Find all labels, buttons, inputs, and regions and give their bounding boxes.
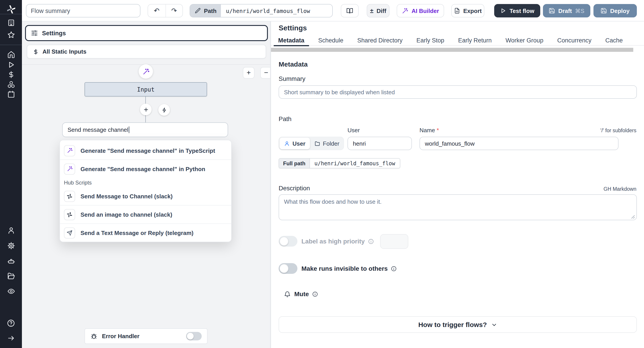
step-search-input[interactable]: Send message channel — [62, 122, 228, 137]
sidebar-item-users[interactable] — [0, 226, 22, 234]
sidebar-item-audit-logs[interactable] — [0, 287, 22, 295]
undo-button[interactable]: ↶ — [148, 4, 165, 17]
export-button[interactable]: Export — [451, 4, 484, 17]
result-label: Send an image to channel (slack) — [80, 211, 172, 218]
result-telegram-send-text[interactable]: Send a Text Message or Reply (telegram) — [60, 224, 231, 242]
ai-flow-builder-bubble[interactable] — [139, 64, 153, 79]
tab-early-return[interactable]: Early Return — [454, 35, 496, 45]
sidebar-item-workers[interactable] — [0, 257, 22, 265]
priority-value-input — [380, 234, 408, 249]
high-priority-toggle[interactable] — [278, 236, 298, 247]
tab-early-stop[interactable]: Early Stop — [412, 35, 449, 45]
draft-button[interactable]: Draft ⌘S — [543, 4, 590, 17]
markdown-hint: GH Markdown — [604, 186, 636, 192]
sidebar-item-favorites[interactable] — [0, 31, 22, 39]
path-edit-button[interactable]: Path — [190, 4, 221, 17]
add-trigger-button[interactable] — [158, 104, 170, 116]
info-icon[interactable] — [312, 291, 318, 297]
pen-icon — [194, 7, 201, 14]
all-static-inputs-node[interactable]: All Static Inputs — [27, 45, 266, 58]
result-label: Generate "Send message channel" in TypeS… — [80, 147, 215, 154]
flow-settings-node[interactable]: Settings — [25, 25, 268, 41]
redo-button[interactable]: ↷ — [165, 4, 182, 17]
result-slack-send-image[interactable]: Send an image to channel (slack) — [60, 205, 231, 223]
invisible-runs-label: Make runs invisible to others — [302, 265, 388, 272]
plus-minus-icon: ± — [370, 7, 374, 14]
error-handler-toggle[interactable] — [186, 332, 202, 341]
draft-label: Draft — [558, 7, 572, 14]
bug-icon — [90, 333, 98, 340]
info-icon[interactable] — [391, 266, 397, 271]
summary-input[interactable] — [278, 85, 637, 99]
ai-builder-label: AI Builder — [412, 7, 439, 14]
sidebar-divider — [0, 14, 22, 14]
sidebar-item-schedules[interactable] — [0, 90, 22, 98]
wand-sparkles-icon — [142, 68, 150, 75]
owner-kind-folder-option[interactable]: Folder — [310, 138, 344, 149]
book-open-icon — [346, 7, 353, 14]
export-file-icon — [454, 7, 460, 14]
result-slack-send-message[interactable]: Send Message to Channel (slack) — [60, 187, 231, 205]
user-icon — [284, 141, 290, 146]
sidebar-item-workspace[interactable] — [0, 19, 22, 27]
invisible-runs-toggle[interactable] — [278, 263, 298, 274]
error-handler-node[interactable]: Error Handler — [84, 328, 208, 344]
sidebar-collapse-icon[interactable] — [0, 334, 22, 342]
result-generate-typescript[interactable]: Generate "Send message channel" in TypeS… — [60, 142, 231, 160]
sliders-icon — [31, 29, 38, 37]
sidebar-item-variables[interactable] — [0, 71, 22, 79]
tabs-horizontal-scrollbar[interactable] — [271, 48, 633, 52]
path-value: u/henri/world_famous_flow — [221, 4, 315, 17]
tab-metadata[interactable]: Metadata — [274, 35, 309, 45]
toggle-knob — [280, 264, 288, 273]
sidebar-item-settings[interactable] — [0, 242, 22, 250]
tab-shared-directory[interactable]: Shared Directory — [353, 35, 407, 45]
export-label: Export — [463, 7, 482, 14]
high-priority-label: Label as high priority — [302, 238, 365, 245]
sidebar-item-folders[interactable] — [0, 272, 22, 280]
sidebar-item-help[interactable] — [0, 319, 22, 328]
name-input[interactable] — [420, 137, 618, 150]
owner-kind-user-label: User — [292, 140, 306, 147]
trigger-help-expander[interactable]: How to trigger flows? — [278, 316, 637, 333]
tab-schedule[interactable]: Schedule — [314, 35, 348, 45]
test-flow-button[interactable]: Test flow — [494, 4, 540, 17]
deploy-button[interactable]: Deploy — [594, 4, 637, 17]
undo-redo-group: ↶ ↷ — [148, 4, 183, 17]
user-field-label: User — [348, 127, 360, 134]
sidebar-divider — [0, 45, 22, 45]
tab-worker-group[interactable]: Worker Group — [501, 35, 548, 45]
step-search-value: Send message channel — [68, 126, 128, 133]
docs-button[interactable] — [341, 4, 359, 17]
add-step-button[interactable] — [140, 104, 152, 115]
sidebar-item-home[interactable] — [0, 50, 22, 58]
tab-concurrency[interactable]: Concurrency — [553, 35, 596, 45]
result-label: Send Message to Channel (slack) — [80, 193, 173, 199]
input-node[interactable]: Input — [84, 82, 207, 97]
zoom-in-button[interactable]: + — [243, 67, 254, 79]
description-textarea[interactable] — [278, 194, 637, 220]
slack-icon — [64, 209, 75, 220]
result-generate-python[interactable]: Generate "Send message channel" in Pytho… — [60, 160, 231, 178]
info-icon[interactable] — [368, 238, 374, 244]
path-control[interactable]: Path u/henri/world_famous_flow — [190, 4, 333, 17]
windmill-logo-icon[interactable] — [0, 4, 22, 15]
required-asterisk: * — [437, 127, 439, 134]
dollar-icon — [33, 48, 39, 55]
zoom-out-button[interactable]: − — [260, 67, 270, 79]
path-section-label: Path — [278, 115, 292, 122]
ai-builder-button[interactable]: AI Builder — [397, 4, 444, 17]
error-handler-label: Error Handler — [102, 333, 140, 340]
flow-summary-input[interactable] — [26, 4, 140, 17]
resize-grip-icon[interactable] — [630, 214, 635, 219]
sidebar-item-runs[interactable] — [0, 61, 22, 69]
owner-kind-user-option[interactable]: User — [280, 138, 310, 149]
diff-button[interactable]: ± Diff — [367, 4, 390, 17]
bell-icon — [284, 291, 291, 297]
tab-cache[interactable]: Cache — [601, 35, 627, 45]
settings-tabs: Metadata Schedule Shared Directory Early… — [271, 35, 644, 46]
topbar: ↶ ↷ Path u/henri/world_famous_flow ± Dif… — [22, 0, 644, 21]
toggle-knob — [280, 237, 288, 246]
sidebar-item-resources[interactable] — [0, 80, 22, 88]
user-input[interactable] — [348, 137, 412, 150]
